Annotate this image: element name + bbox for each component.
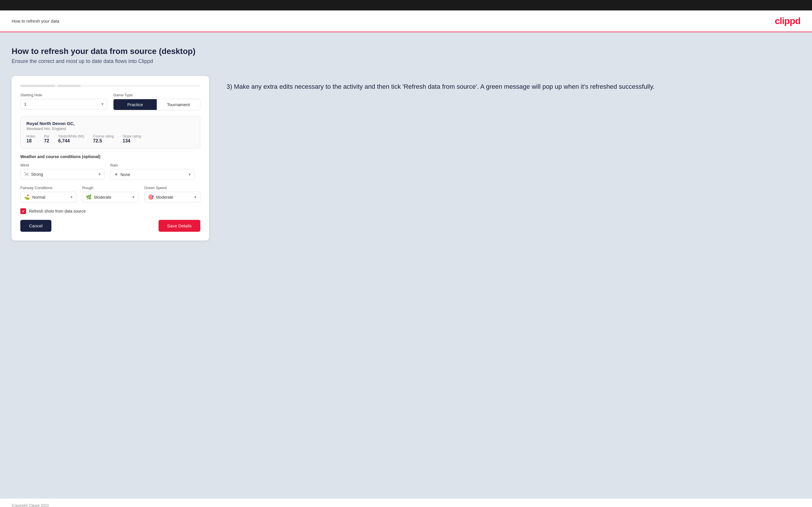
rough-chevron-icon: ▼ (132, 195, 135, 199)
rough-icon: 🌿 (86, 194, 92, 200)
green-speed-chevron-icon: ▼ (194, 195, 197, 199)
side-note-text: 3) Make any extra edits necessary to the… (226, 82, 800, 91)
rough-group: Rough 🌿 Moderate ▼ (82, 186, 138, 203)
wind-icon: 🌬 (24, 172, 29, 177)
game-type-label: Game Type (113, 93, 200, 97)
cancel-button[interactable]: Cancel (20, 220, 51, 232)
starting-hole-value: 1 (24, 102, 27, 106)
content-row: Starting Hole 1 ▼ Game Type Practice Tou… (12, 76, 800, 240)
page-subheading: Ensure the correct and most up to date d… (12, 58, 800, 64)
form-card: Starting Hole 1 ▼ Game Type Practice Tou… (12, 76, 209, 240)
course-name: Royal North Devon GC, (27, 121, 194, 126)
top-bar (0, 0, 812, 10)
stat-yards: Yards/White (M)) 6,744 (58, 134, 84, 144)
header: How to refresh your data clippd (0, 10, 812, 32)
practice-button[interactable]: Practice (113, 99, 157, 110)
save-details-button[interactable]: Save Details (158, 220, 200, 232)
rain-label: Rain (110, 163, 195, 167)
chevron-down-icon: ▼ (101, 102, 104, 106)
conditions-title: Weather and course conditions (optional) (20, 154, 200, 159)
fairway-select[interactable]: ⛳ Normal ▼ (20, 192, 77, 203)
game-type-toggle: Practice Tournament (113, 99, 200, 110)
game-type-group: Game Type Practice Tournament (113, 93, 200, 110)
rough-select[interactable]: 🌿 Moderate ▼ (82, 192, 138, 203)
header-title: How to refresh your data (12, 18, 59, 23)
copyright-text: Copyright Clippd 2022 (12, 503, 49, 507)
wind-label: Wind (20, 163, 104, 167)
refresh-checkbox-row: Refresh shots from data source (20, 208, 200, 214)
wind-rain-row: Wind 🌬 Strong ▼ Rain ☀ None ▼ (20, 163, 200, 180)
green-speed-value: Moderate (156, 195, 197, 200)
stat-holes: Holes 18 (27, 134, 36, 144)
rain-chevron-icon: ▼ (188, 173, 191, 177)
stat-par: Par 72 (44, 134, 50, 144)
rain-value: None (120, 172, 191, 177)
rough-label: Rough (82, 186, 138, 190)
side-note: 3) Make any extra edits necessary to the… (226, 76, 800, 91)
green-speed-group: Green Speed 🎯 Moderate ▼ (144, 186, 200, 203)
rain-select[interactable]: ☀ None ▼ (110, 169, 195, 180)
yards-label: Yards/White (M)) (58, 134, 84, 138)
logo: clippd (775, 16, 800, 26)
starting-hole-group: Starting Hole 1 ▼ (20, 93, 107, 110)
conditions-row-2: Fairway Conditions ⛳ Normal ▼ Rough 🌿 Mo… (20, 186, 200, 203)
footer: Copyright Clippd 2022 (0, 499, 812, 507)
wind-chevron-icon: ▼ (98, 172, 101, 176)
button-row: Cancel Save Details (20, 220, 200, 232)
yards-value: 6,744 (58, 138, 84, 144)
page-heading: How to refresh your data from source (de… (12, 47, 800, 56)
refresh-checkbox[interactable] (20, 208, 26, 214)
stub-pill-1 (20, 85, 55, 87)
holes-value: 18 (27, 138, 36, 144)
starting-hole-select[interactable]: 1 ▼ (20, 99, 107, 109)
starting-hole-label: Starting Hole (20, 93, 107, 97)
course-rating-value: 72.5 (93, 138, 114, 144)
rain-group: Rain ☀ None ▼ (110, 163, 195, 180)
refresh-label: Refresh shots from data source (29, 209, 86, 214)
green-speed-icon: 🎯 (148, 194, 154, 200)
rough-value: Moderate (94, 195, 135, 200)
wind-value: Strong (31, 172, 101, 177)
card-stub (20, 85, 200, 87)
course-info-box: Royal North Devon GC, Westward Ho!, Engl… (20, 116, 200, 149)
main-content: How to refresh your data from source (de… (0, 32, 812, 499)
tournament-button[interactable]: Tournament (157, 99, 200, 110)
fairway-group: Fairway Conditions ⛳ Normal ▼ (20, 186, 77, 203)
fairway-label: Fairway Conditions (20, 186, 77, 190)
top-form-row: Starting Hole 1 ▼ Game Type Practice Tou… (20, 93, 200, 110)
holes-label: Holes (27, 134, 36, 138)
stat-slope-rating: Slope rating 134 (122, 134, 141, 144)
green-speed-select[interactable]: 🎯 Moderate ▼ (144, 192, 200, 203)
fairway-value: Normal (32, 195, 72, 200)
par-label: Par (44, 134, 50, 138)
course-location: Westward Ho!, England (27, 126, 194, 131)
stub-pill-2 (57, 85, 81, 87)
wind-select[interactable]: 🌬 Strong ▼ (20, 169, 104, 179)
stat-course-rating: Course rating 72.5 (93, 134, 114, 144)
fairway-chevron-icon: ▼ (70, 195, 73, 199)
course-stats: Holes 18 Par 72 Yards/White (M)) 6,744 C… (27, 134, 194, 144)
course-rating-label: Course rating (93, 134, 114, 138)
slope-rating-label: Slope rating (122, 134, 141, 138)
par-value: 72 (44, 138, 50, 144)
wind-group: Wind 🌬 Strong ▼ (20, 163, 104, 180)
slope-rating-value: 134 (122, 138, 141, 144)
fairway-icon: ⛳ (24, 194, 30, 200)
green-speed-label: Green Speed (144, 186, 200, 190)
rain-icon: ☀ (114, 172, 118, 177)
